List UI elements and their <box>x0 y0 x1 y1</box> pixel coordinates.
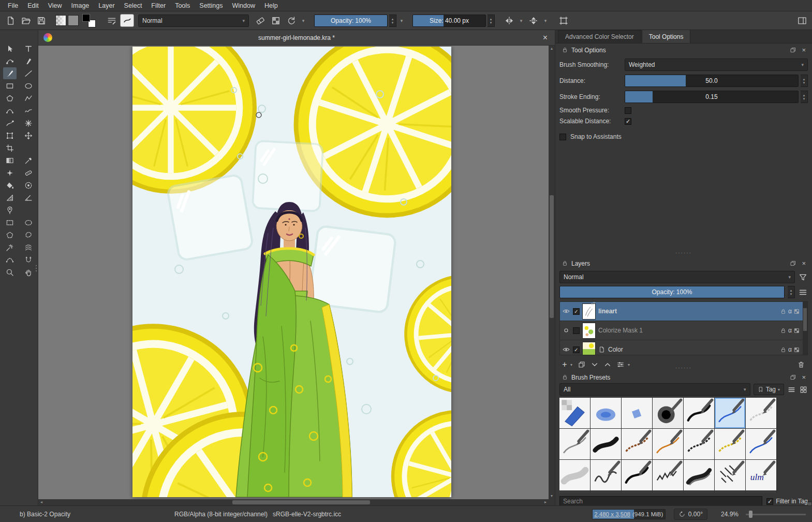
brush-size-spin-buttons[interactable]: ▴▾ <box>488 15 495 27</box>
brush-preset-thumbnail[interactable] <box>590 491 621 493</box>
visibility-eye-icon[interactable] <box>562 307 570 315</box>
assistants-tool[interactable] <box>3 192 17 204</box>
polygon-tool[interactable] <box>3 92 17 104</box>
move-tool[interactable] <box>22 129 35 141</box>
select-shapes-tool[interactable] <box>3 42 17 54</box>
polygonal-selection-tool[interactable] <box>3 229 17 241</box>
open-document-button[interactable] <box>19 13 33 27</box>
brush-preset-thumbnail[interactable] <box>746 429 776 459</box>
freehand-brush-tool[interactable] <box>3 67 17 79</box>
docker-lock-icon[interactable] <box>562 374 568 381</box>
layer-opacity-slider[interactable]: Opacity: 100% <box>559 286 785 298</box>
dynamic-brush-tool[interactable] <box>3 117 17 129</box>
brush-preset-thumbnail[interactable] <box>684 491 714 493</box>
brush-preset-thumbnail[interactable] <box>622 398 652 428</box>
menu-image[interactable]: Image <box>67 1 94 11</box>
save-document-button[interactable] <box>34 13 48 27</box>
canvas-artwork[interactable] <box>132 47 451 497</box>
opacity-dropdown[interactable]: ▾ <box>398 15 405 27</box>
tab-advanced-color-selector[interactable]: Advanced Color Selector <box>558 30 641 43</box>
brush-preset-thumbnail[interactable] <box>622 460 652 490</box>
brush-preset-thumbnail[interactable] <box>559 491 590 493</box>
blending-mode-select[interactable]: Normal▾ <box>138 15 249 27</box>
mirror-vertical-dropdown[interactable]: ▾ <box>542 15 549 27</box>
brush-preset-thumbnail[interactable] <box>715 491 745 493</box>
list-view-button[interactable] <box>787 385 796 394</box>
close-docker-icon[interactable]: × <box>802 374 806 381</box>
pattern-swatch-button[interactable] <box>68 15 79 26</box>
brush-preset-thumbnail[interactable] <box>590 398 621 428</box>
text-tool[interactable] <box>22 42 35 54</box>
docker-lock-icon[interactable] <box>562 47 568 53</box>
brush-preset-thumbnail[interactable] <box>622 429 652 459</box>
layer-row[interactable]: ✓lineartα <box>560 302 807 321</box>
line-tool[interactable] <box>22 67 35 79</box>
pattern-edit-tool[interactable] <box>3 167 17 179</box>
smart-patch-tool[interactable] <box>22 167 35 179</box>
layer-list-scrollbar[interactable] <box>803 302 807 355</box>
smooth-pressure-checkbox[interactable] <box>625 107 631 114</box>
preset-search-input[interactable] <box>559 496 762 506</box>
stroke-ending-spin-buttons[interactable]: ▴▾ <box>801 91 808 103</box>
gradient-swatch-button[interactable] <box>55 15 66 26</box>
canvas-rotation-control[interactable]: 0.00° <box>674 509 707 520</box>
filter-in-tag-checkbox[interactable]: ✓ <box>766 498 773 505</box>
ellipse-tool[interactable] <box>22 80 35 92</box>
vertical-scroll-thumb[interactable] <box>550 195 554 318</box>
visibility-eye-icon[interactable] <box>562 345 570 354</box>
tag-button[interactable]: Tag ▾ <box>754 384 784 395</box>
gradient-tool[interactable] <box>3 154 17 166</box>
menu-settings[interactable]: Settings <box>195 1 227 11</box>
brush-preset-thumbnail[interactable] <box>653 460 683 490</box>
canvas-horizontal-scrollbar[interactable]: ◂ ▸ <box>38 499 549 505</box>
transform-tool[interactable] <box>3 129 17 141</box>
brush-preset-thumbnail[interactable] <box>590 460 621 490</box>
layer-thumbnail[interactable] <box>582 342 596 356</box>
pan-tool[interactable] <box>22 266 35 278</box>
float-docker-icon[interactable] <box>790 260 796 267</box>
layer-opacity-spin-buttons[interactable]: ▴▾ <box>788 286 795 298</box>
close-document-button[interactable]: × <box>543 34 548 42</box>
menu-edit[interactable]: Edit <box>23 1 43 11</box>
stroke-ending-slider[interactable]: 0.15 <box>625 91 799 103</box>
reload-original-preset-button[interactable] <box>284 13 298 27</box>
mirror-horizontal-dropdown[interactable]: ▾ <box>518 15 525 27</box>
distance-slider[interactable]: 50.0 <box>625 75 799 87</box>
brush-preset-thumbnail[interactable] <box>684 398 714 428</box>
layer-select-checkbox[interactable]: ✓ <box>573 346 580 353</box>
choose-brush-preset-button[interactable] <box>105 13 119 27</box>
horizontal-scroll-thumb[interactable] <box>232 500 370 504</box>
reference-images-tool[interactable] <box>3 204 17 216</box>
docker-splitter-handle[interactable] <box>555 367 812 371</box>
grid-view-button[interactable] <box>799 385 808 394</box>
opacity-slider[interactable]: Opacity: 100% <box>314 15 388 27</box>
brush-preset-thumbnail[interactable] <box>559 398 590 428</box>
layer-blending-mode-select[interactable]: Normal▾ <box>559 271 795 283</box>
brush-preset-thumbnail[interactable] <box>559 460 590 490</box>
new-document-button[interactable] <box>3 13 17 27</box>
bezier-selection-tool[interactable] <box>3 254 17 266</box>
menu-view[interactable]: View <box>43 1 67 11</box>
rectangle-tool[interactable] <box>3 80 17 92</box>
menu-help[interactable]: Help <box>260 1 283 11</box>
docker-splitter-handle[interactable] <box>555 252 812 256</box>
edit-brush-settings-button[interactable] <box>120 14 134 27</box>
brush-preset-thumbnail[interactable] <box>715 398 745 428</box>
menu-window[interactable]: Window <box>228 1 260 11</box>
contiguous-selection-tool[interactable] <box>3 241 17 253</box>
brush-preset-thumbnail[interactable] <box>715 460 745 490</box>
similar-color-selection-tool[interactable] <box>22 241 35 253</box>
brush-preset-thumbnail[interactable]: ulm <box>746 460 776 490</box>
zoom-slider-thumb[interactable] <box>749 511 752 518</box>
close-docker-icon[interactable]: × <box>802 47 806 53</box>
layer-row[interactable]: ✓Colorα <box>560 340 807 355</box>
elliptical-selection-tool[interactable] <box>22 216 35 228</box>
menu-file[interactable]: File <box>3 1 23 11</box>
brush-preset-thumbnail[interactable] <box>653 491 683 493</box>
brush-smoothing-select[interactable]: Weighted▾ <box>625 59 808 71</box>
crop-tool[interactable] <box>3 142 17 154</box>
menu-select[interactable]: Select <box>120 1 147 11</box>
canvas-vertical-scrollbar[interactable]: ▴ ▾ <box>549 46 555 499</box>
brush-size-slider[interactable]: Size: 40.00 px <box>412 15 486 27</box>
float-docker-icon[interactable] <box>790 47 796 53</box>
